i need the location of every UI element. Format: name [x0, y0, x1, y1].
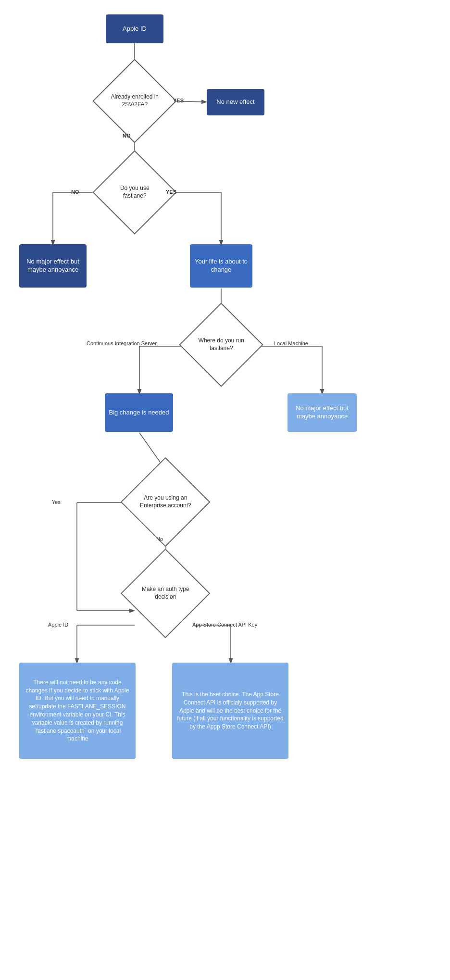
- diamond4-label: Are you using an Enterprise account?: [135, 492, 196, 511]
- diamond5-label: Make an auth type decision: [135, 584, 196, 603]
- no3-label: No: [156, 536, 163, 542]
- apple-id-path-label: Apple ID: [48, 622, 68, 628]
- result-right-label: This is the bset choice. The App Store C…: [177, 691, 284, 731]
- your-life-node: Your life is about to change: [190, 244, 252, 288]
- result-left-label: There will not need to be any code chang…: [24, 678, 131, 743]
- no-major-left-node: No major effect but maybe annoyance: [19, 244, 87, 288]
- flowchart: Apple ID Already enrolled in 2SV/2FA? YE…: [0, 0, 450, 980]
- no-major-left-label: No major effect but maybe annoyance: [19, 258, 87, 274]
- diamond3-label: Where do you run fastlane?: [192, 335, 250, 354]
- apple-id-node: Apple ID: [106, 14, 163, 43]
- diamond2-label: Do you use fastlane?: [106, 183, 163, 201]
- big-change-label: Big change is needed: [109, 409, 169, 417]
- api-key-path-label: App Store Connect API Key: [192, 622, 257, 628]
- no-major-right-node: No major effect but maybe annoyance: [288, 393, 357, 432]
- diamond5-node: Make an auth type decision: [134, 562, 197, 625]
- yes2-label: YES: [166, 189, 176, 195]
- ci-label: Continuous Integration Server: [87, 340, 157, 346]
- no-new-effect-label: No new effect: [216, 98, 254, 106]
- no2-label: NO: [71, 189, 79, 195]
- yes1-label: YES: [173, 98, 184, 103]
- diamond1-node: Already enrolled in 2SV/2FA?: [105, 71, 164, 131]
- apple-id-label: Apple ID: [123, 25, 147, 33]
- diamond1-label: Already enrolled in 2SV/2FA?: [106, 91, 163, 110]
- no1-label: NO: [123, 133, 131, 138]
- your-life-label: Your life is about to change: [190, 258, 252, 274]
- no-new-effect-node: No new effect: [207, 89, 264, 115]
- diamond2-node: Do you use fastlane?: [105, 163, 164, 222]
- no-major-right-label: No major effect but maybe annoyance: [288, 404, 357, 421]
- result-left-node: There will not need to be any code chang…: [19, 663, 136, 759]
- local-label: Local Machine: [274, 340, 308, 346]
- diamond4-node: Are you using an Enterprise account?: [134, 470, 197, 534]
- big-change-node: Big change is needed: [105, 393, 173, 432]
- arrows-svg: [0, 0, 450, 980]
- diamond3-node: Where do you run fastlane?: [191, 315, 251, 375]
- result-right-node: This is the bset choice. The App Store C…: [172, 663, 288, 759]
- yes3-label: Yes: [52, 499, 61, 505]
